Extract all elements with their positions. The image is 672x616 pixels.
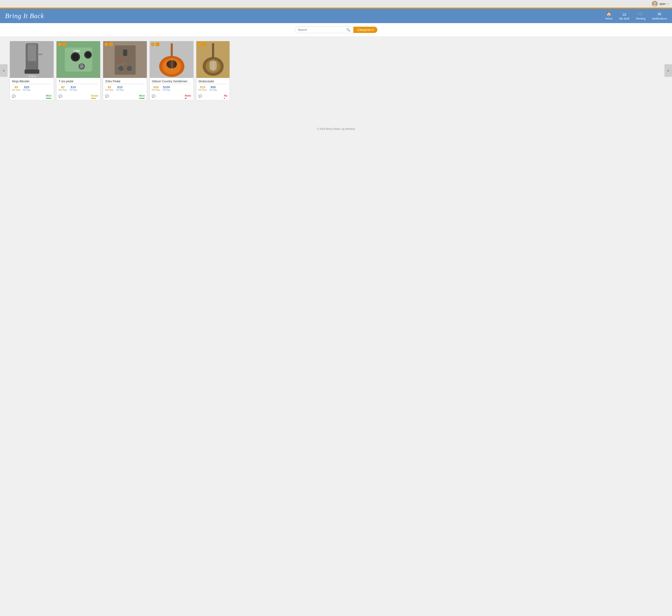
card-pricing-strat: $15 Per Hour $85 Per Day — [198, 85, 227, 91]
nav-label-mystuff: My Stuff — [619, 17, 629, 20]
badge-cart-zvex: 🛒 — [109, 42, 113, 46]
comment-icon-trex[interactable]: 💬 — [59, 95, 62, 98]
badge-check-zvex: ✓ — [104, 42, 108, 46]
price-hour-label-strat: Per Hour — [198, 89, 207, 91]
badge-check-strat: ✓ — [198, 42, 201, 46]
price-day-zvex: $10 — [117, 85, 123, 89]
card-body-blender: Ninja Blender $5 Per Hour $25 Per Day — [10, 78, 54, 93]
price-day-group-strat: $85 Per Day — [209, 85, 217, 91]
condition-group-blender: Mint — [46, 94, 51, 99]
nav-item-notifications[interactable]: ✉ Notifications — [652, 12, 667, 20]
card-image-zvex: ZVex Super Seek — [103, 41, 147, 78]
badge-cart-gibson: 🛒 — [156, 42, 159, 46]
condition-bar-gibson — [185, 98, 187, 99]
card-image-strat — [196, 41, 230, 78]
nav-label-notifications: Notifications — [652, 17, 667, 20]
card-badges-zvex: ✓ 🛒 — [104, 42, 113, 46]
categories-button[interactable]: Categories ▾ — [353, 27, 378, 33]
price-day-label-gibson: Per Day — [163, 89, 170, 91]
price-hour-zvex: $2 — [108, 85, 111, 89]
comment-icon-zvex[interactable]: 💬 — [105, 95, 109, 98]
card-body-zvex: ZVex Pedal $2 Per Hour $10 Per Day — [103, 78, 147, 93]
item-card-trex[interactable]: ✓ 🛒 T·REX GAIN MIX BOOST — [56, 41, 100, 100]
svg-text:T·REX: T·REX — [73, 50, 80, 52]
top-bar: span ▾ — [0, 0, 672, 8]
badge-check-gibson: ✓ — [151, 42, 155, 46]
username-label: span — [659, 2, 666, 5]
price-hour-blender: $5 — [14, 85, 18, 89]
condition-group-zvex: Mint — [139, 94, 145, 99]
condition-bar-zvex — [139, 98, 145, 99]
price-hour-group-blender: $5 Per Hour — [12, 85, 20, 91]
card-title-blender: Ninja Blender — [12, 80, 51, 84]
card-footer-strat: 💬 Re — [196, 93, 230, 100]
price-hour-strat: $15 — [200, 85, 205, 89]
chevron-down-icon[interactable]: ▾ — [667, 2, 669, 5]
card-footer-blender: 💬 Mint — [10, 93, 54, 100]
search-icon[interactable]: 🔍 — [346, 28, 350, 32]
item-card-strat[interactable]: ✓ 🛒 — [196, 41, 230, 100]
comment-icon-strat[interactable]: 💬 — [198, 95, 202, 98]
badge-check-trex: ✓ — [58, 42, 62, 46]
price-day-group-trex: $10 Per Day — [70, 85, 77, 91]
svg-point-23 — [118, 66, 123, 71]
carousel-container: ‹ Available Tomorrow at 12:1... NINJA — [0, 41, 672, 100]
price-day-group-blender: $25 Per Day — [23, 85, 30, 91]
nav-item-home[interactable]: 🏠 Home — [605, 12, 613, 20]
comment-icon-blender[interactable]: 💬 — [12, 95, 16, 98]
card-pricing-gibson: $20 Per Hour $100 Per Day — [152, 85, 191, 91]
carousel-prev-button[interactable]: ‹ — [0, 64, 8, 77]
search-input[interactable] — [298, 28, 346, 32]
svg-point-14 — [85, 52, 91, 57]
price-day-label-zvex: Per Day — [116, 89, 124, 91]
price-day-strat: $85 — [211, 85, 216, 89]
card-image-blender: NINJA — [10, 41, 54, 78]
svg-point-24 — [127, 66, 132, 71]
condition-bar-blender — [46, 98, 51, 99]
condition-bar-strat — [224, 98, 225, 99]
renting-icon: 🛒 — [638, 12, 643, 17]
svg-rect-25 — [123, 50, 127, 56]
card-title-strat: Stratocaster — [198, 80, 227, 84]
footer-author: by jPantana — [342, 127, 355, 130]
item-card-ninja-blender[interactable]: Available Tomorrow at 12:1... NINJA Ninj… — [10, 41, 54, 100]
item-card-zvex[interactable]: ✓ 🛒 ZVex Super Seek ZVex Pedal — [103, 41, 147, 100]
card-title-zvex: ZVex Pedal — [105, 80, 145, 84]
price-day-blender: $25 — [24, 85, 29, 89]
condition-group-gibson: Relic — [185, 94, 191, 99]
card-title-gibson: Gibson Country Gentlemen — [152, 80, 191, 84]
svg-text:NINJA: NINJA — [29, 75, 37, 77]
badge-cart-trex: 🛒 — [62, 42, 66, 46]
condition-label-strat: Re — [224, 94, 227, 97]
price-hour-trex: $2 — [61, 85, 65, 89]
avatar — [652, 1, 658, 7]
nav-item-renting[interactable]: 🛒 Renting — [636, 12, 645, 20]
card-pricing-trex: $2 Per Hour $10 Per Day — [59, 85, 98, 91]
svg-point-16 — [80, 64, 84, 68]
comment-icon-gibson[interactable]: 💬 — [152, 95, 155, 98]
card-image-gibson — [150, 41, 193, 78]
search-box: 🔍 — [295, 26, 353, 33]
svg-rect-6 — [25, 70, 39, 74]
price-day-label-trex: Per Day — [70, 89, 77, 91]
card-body-trex: T rex pedal $2 Per Hour $10 Per Day — [56, 78, 100, 93]
svg-text:GAIN  MIX  BOOST: GAIN MIX BOOST — [70, 63, 84, 65]
card-pricing-blender: $5 Per Hour $25 Per Day — [12, 85, 51, 91]
price-hour-label-zvex: Per Hour — [105, 89, 114, 91]
carousel-section: ‹ Available Tomorrow at 12:1... NINJA — [0, 37, 672, 104]
price-day-group-gibson: $100 Per Day — [163, 85, 170, 91]
badge-cart-strat: 🛒 — [202, 42, 206, 46]
categories-label: Categories ▾ — [357, 28, 374, 32]
svg-rect-30 — [171, 43, 173, 58]
condition-label-gibson: Relic — [185, 94, 191, 97]
item-card-gibson[interactable]: ✓ 🛒 — [150, 41, 194, 100]
nav-item-mystuff[interactable]: 🗂 My Stuff — [619, 12, 629, 20]
card-body-strat: Stratocaster $15 Per Hour $85 Per Day — [196, 78, 230, 93]
price-day-label-strat: Per Day — [209, 89, 217, 91]
price-hour-label-gibson: Per Hour — [152, 89, 160, 91]
footer-copyright: © 2018 Bring It Back. — [317, 127, 341, 130]
condition-label-trex: Good — [91, 94, 98, 97]
carousel-next-button[interactable]: › — [664, 64, 672, 77]
cards-wrapper: Available Tomorrow at 12:1... NINJA Ninj… — [0, 41, 672, 100]
price-hour-gibson: $20 — [153, 85, 159, 89]
